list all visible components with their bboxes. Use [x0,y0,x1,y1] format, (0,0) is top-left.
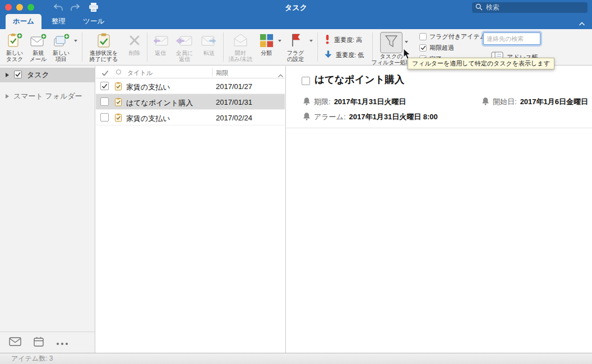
status-column-icon[interactable] [116,69,121,74]
table-row-selected[interactable]: はてなポイント購入 2017/01/31 [96,94,285,110]
sidebar-smart-folders-label: スマート フォルダー [13,91,82,101]
ribbon-separator [317,32,318,62]
contact-search-input[interactable] [483,32,540,45]
checkbox-checked [419,44,427,52]
new-mail-button[interactable]: 新規 メール [27,32,49,62]
start-date-field: 開始日: 2017年1月6日金曜日 [482,97,588,107]
new-item-label: 新しい 項目 [53,50,70,62]
due-value: 2017年1月31日火曜日 [334,97,406,107]
ribbon-separator [82,32,82,62]
tab-organize[interactable]: 整理 [44,14,73,29]
task-checkbox-checked[interactable] [100,82,109,90]
delete-icon [128,32,141,49]
new-item-icon [53,32,70,49]
task-title: 家賃の支払い [126,114,170,124]
column-divider[interactable] [212,68,212,77]
ribbon-tab-bar: ホーム 整理 ツール [0,15,592,29]
filter-tasks-button[interactable] [380,32,403,53]
task-due-date: 2017/02/24 [216,114,252,122]
item-count: アイテム数: 3 [11,354,53,362]
global-search-field[interactable]: 検索 [472,2,588,13]
delete-button[interactable]: 削除 [123,32,146,56]
collapse-ribbon-icon[interactable] [579,18,585,29]
disclosure-triangle-icon[interactable] [6,73,9,77]
reply-button[interactable]: 返信 [149,32,172,56]
title-bar: タスク 検索 [0,0,592,15]
filter-tasks-dropdown-icon[interactable] [405,41,408,43]
completed-column-icon[interactable] [101,69,109,79]
task-checkbox-unchecked[interactable] [100,97,109,106]
importance-low-icon [324,50,332,60]
mail-module-icon[interactable] [9,337,21,348]
mouse-cursor [403,48,411,62]
task-icon [114,113,123,124]
reply-all-icon [176,32,193,49]
mark-complete-button[interactable]: 進捗状況を 終了にする [85,32,122,62]
forward-button[interactable]: 転送 [197,32,221,56]
new-mail-icon [30,32,47,49]
categorize-button[interactable]: 分類 [256,32,277,56]
overdue-checkbox[interactable]: 期限超過 [419,44,454,52]
table-row[interactable]: 家賃の支払い 2017/01/27 [96,78,285,94]
filter-funnel-icon [384,34,399,51]
read-unread-button[interactable]: 開封 済み/未読 [226,32,255,62]
flagged-items-checkbox[interactable]: フラグ付きアイテム [419,32,486,41]
list-header[interactable]: タイトル 期限 [96,66,285,78]
importance-high-button[interactable]: 重要度: 高 [324,34,362,45]
new-task-button[interactable]: 新しい タスク [3,32,26,62]
importance-low-label: 重要度: 低 [336,51,364,59]
table-row[interactable]: 家賃の支払い 2017/02/24 [96,110,285,125]
new-item-dropdown-icon[interactable] [74,40,77,42]
flag-button[interactable]: フラグ の設定 [283,32,308,62]
ribbon-separator [147,32,147,62]
read-unread-icon [233,32,248,49]
ribbon-separator [223,32,224,62]
forward-icon [201,32,218,49]
sidebar: タスク スマート フォルダー [0,66,95,353]
flag-dropdown-icon[interactable] [309,40,313,42]
sidebar-item-smart-folders[interactable]: スマート フォルダー [0,90,95,103]
categorize-icon [260,32,274,49]
overdue-label: 期限超過 [429,44,454,52]
alarm-value: 2017年1月31日火曜日 8:00 [349,112,438,122]
new-mail-label: 新規 メール [30,50,47,62]
categorize-dropdown-icon[interactable] [278,40,281,42]
tab-tools[interactable]: ツール [76,14,112,29]
forward-label: 転送 [203,50,215,56]
alarm-field: アラーム: 2017年1月31日火曜日 8:00 [303,112,438,122]
reply-all-button[interactable]: 全員に 返信 [172,32,197,62]
calendar-module-icon[interactable] [34,337,44,349]
tasks-folder-icon [13,70,22,81]
tab-home[interactable]: ホーム [6,14,41,29]
start-label: 開始日: [493,97,517,107]
outlook-window: タスク 検索 ホーム 整理 ツール 新しい タスク 新規 メール [0,0,592,364]
mark-complete-label: 進捗状況を 終了にする [90,50,118,62]
more-modules-icon[interactable] [56,338,68,348]
reply-all-label: 全員に 返信 [176,50,193,62]
disclosure-triangle-icon[interactable] [6,94,9,99]
reply-icon [152,32,169,49]
categorize-label: 分類 [261,50,272,56]
column-header-due[interactable]: 期限 [216,69,228,77]
bell-icon [482,97,489,107]
bell-icon [303,97,311,107]
due-date-field: 期限: 2017年1月31日火曜日 [303,97,406,107]
search-placeholder: 検索 [486,3,499,12]
flag-label: フラグ の設定 [287,50,304,62]
task-due-date: 2017/01/31 [216,98,252,106]
task-list: タイトル 期限 家賃の支払い 2017/01/27 [96,66,286,353]
due-label: 期限: [314,97,331,107]
column-header-title[interactable]: タイトル [127,69,152,77]
mark-complete-icon [96,32,111,49]
task-title: はてなポイント購入 [126,98,193,108]
importance-high-icon [324,34,331,45]
detail-task-checkbox[interactable] [302,77,310,85]
new-item-button[interactable]: 新しい 項目 [49,32,73,62]
sidebar-tasks-label: タスク [27,70,49,80]
task-due-date: 2017/01/27 [216,82,252,91]
new-task-icon [6,32,23,49]
task-title: 家賃の支払い [126,82,170,92]
importance-low-button[interactable]: 重要度: 低 [324,50,364,60]
sidebar-item-tasks[interactable]: タスク [0,68,95,82]
task-checkbox-unchecked[interactable] [100,113,109,122]
